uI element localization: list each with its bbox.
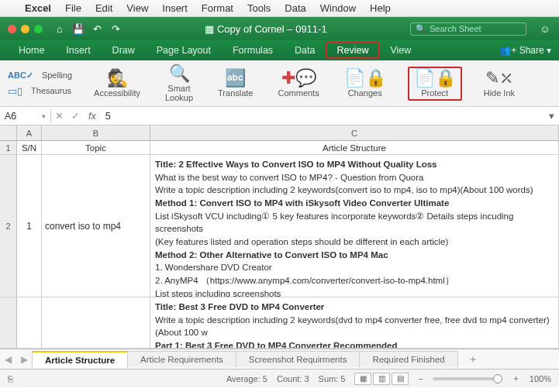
ribbon-tabs: Home Insert Draw Page Layout Formulas Da… — [0, 40, 559, 60]
translate-icon: 🔤 — [225, 70, 246, 87]
cell-a2[interactable]: 1 — [17, 155, 42, 297]
redo-icon[interactable]: ↷ — [109, 23, 122, 35]
table-row: 1 S/N Topic Article Structure — [0, 141, 559, 155]
menu-edit[interactable]: Edit — [95, 2, 112, 14]
share-button[interactable]: 👥+ Share ▾ — [499, 45, 551, 56]
spelling-icon: ABC✓ — [8, 70, 33, 81]
feedback-icon[interactable]: ☺ — [539, 23, 551, 35]
menu-window[interactable]: Window — [320, 2, 356, 14]
cell-c3[interactable]: Title: Best 3 Free DVD to MP4 ConverterW… — [150, 297, 559, 348]
menu-data[interactable]: Data — [285, 2, 305, 14]
changes-button[interactable]: 📄🔒Changes — [341, 68, 389, 99]
tab-home[interactable]: Home — [8, 42, 55, 59]
tab-draw[interactable]: Draw — [102, 42, 146, 59]
translate-button[interactable]: 🔤Translate — [215, 68, 256, 99]
status-count: Count: 3 — [277, 374, 309, 383]
menu-file[interactable]: File — [65, 2, 81, 14]
col-header-b[interactable]: B — [42, 126, 150, 140]
menu-help[interactable]: Help — [370, 2, 391, 14]
col-header-a[interactable]: A — [17, 126, 42, 140]
tab-insert[interactable]: Insert — [55, 42, 101, 59]
protect-icon: 📄🔒 — [414, 70, 456, 87]
sheet-tab-screenshot-requirments[interactable]: Screenshot Requirments — [236, 351, 361, 367]
window-titlebar: ⌂ 💾 ↶ ↷ ▦ Copy of Cornel – 0911-1 🔍 Sear… — [0, 17, 559, 40]
sheet-tab-article-structure[interactable]: Article Structure — [32, 351, 128, 368]
page-break-view-button[interactable]: ▤ — [392, 373, 409, 385]
tab-review[interactable]: Review — [326, 42, 379, 59]
column-headers: A B C — [0, 126, 559, 141]
formula-bar: A6▾ ✕ ✓ fx 5 ▾ — [0, 107, 559, 126]
cell-c1[interactable]: Article Structure — [150, 141, 559, 154]
cell-a1[interactable]: S/N — [17, 141, 42, 154]
comments-button[interactable]: ✚💬Comments — [275, 68, 323, 99]
zoom-level[interactable]: 100% — [530, 374, 551, 383]
zoom-slider[interactable] — [433, 377, 502, 380]
formula-input[interactable]: 5 — [101, 111, 544, 122]
name-box[interactable]: A6▾ — [0, 109, 51, 123]
col-header-c[interactable]: C — [150, 126, 559, 140]
zoom-button[interactable] — [34, 25, 43, 33]
sheet-tab-required-finished[interactable]: Required Finished — [359, 351, 457, 367]
hide-ink-button[interactable]: ✎⤫Hide Ink — [481, 68, 518, 99]
tab-formulas[interactable]: Formulas — [222, 42, 284, 59]
row-header-1[interactable]: 1 — [0, 141, 17, 154]
enter-formula-icon[interactable]: ✓ — [67, 110, 84, 122]
minimize-button[interactable] — [21, 25, 29, 33]
zoom-in-button[interactable]: ＋ — [512, 373, 520, 384]
row-header-2[interactable]: 2 — [0, 155, 17, 297]
accessibility-button[interactable]: 🕵️Accessibility — [91, 68, 143, 99]
tab-data[interactable]: Data — [284, 42, 326, 59]
sheet-tab-bar: ◀ ▶ Article Structure Article Requiremen… — [0, 349, 559, 369]
fx-icon[interactable]: fx — [84, 111, 101, 122]
page-layout-view-button[interactable]: ▥ — [373, 373, 390, 385]
sheet-nav-next-icon[interactable]: ▶ — [16, 354, 33, 365]
expand-formula-icon[interactable]: ▾ — [544, 110, 559, 122]
tab-page-layout[interactable]: Page Layout — [146, 42, 222, 59]
spelling-button[interactable]: ABC✓ Spelling — [8, 70, 72, 81]
macos-menu-bar: Excel File Edit View Insert Format Tools… — [0, 0, 559, 17]
select-all-corner[interactable] — [0, 126, 17, 140]
menu-insert[interactable]: Insert — [162, 2, 188, 14]
thesaurus-button[interactable]: ▭▯ Thesaurus — [8, 85, 72, 97]
status-average: Average: 5 — [226, 374, 267, 383]
status-sum: Sum: 5 — [319, 374, 346, 383]
menu-tools[interactable]: Tools — [247, 2, 271, 14]
cell-c2[interactable]: Title: 2 Effective Ways to Convert ISO t… — [150, 155, 559, 297]
sheet-tab-article-requirements[interactable]: Article Requirements — [127, 351, 236, 367]
home-icon[interactable]: ⌂ — [53, 23, 66, 35]
row-header-3[interactable] — [0, 297, 17, 348]
sheet-nav-prev-icon[interactable]: ◀ — [0, 354, 16, 365]
customize-status-icon[interactable]: ⎘ — [8, 374, 13, 383]
undo-icon[interactable]: ↶ — [91, 23, 103, 35]
comment-icon: ✚💬 — [281, 70, 316, 87]
cell-b2[interactable]: convert iso to mp4 — [42, 155, 150, 297]
save-icon[interactable]: 💾 — [72, 23, 85, 35]
status-bar: ⎘ Average: 5 Count: 3 Sum: 5 ▦ ▥ ▤ − ＋ 1… — [0, 369, 559, 387]
excel-doc-icon: ▦ — [205, 23, 217, 35]
search-icon: 🔍 — [416, 24, 426, 34]
cell-b1[interactable]: Topic — [42, 141, 150, 154]
lock-icon: 📄🔒 — [344, 70, 386, 87]
menu-format[interactable]: Format — [202, 2, 233, 14]
cell-a3[interactable] — [17, 297, 42, 348]
normal-view-button[interactable]: ▦ — [354, 373, 371, 385]
hide-ink-icon: ✎⤫ — [485, 70, 513, 87]
table-row: 2 1 convert iso to mp4 Title: 2 Effectiv… — [0, 155, 559, 297]
search-sheet-input[interactable]: 🔍 Search Sheet — [410, 22, 526, 36]
add-sheet-button[interactable]: ＋ — [458, 352, 488, 366]
smart-lookup-button[interactable]: 🔍Smart Lookup — [162, 64, 196, 104]
search-icon: 🔍 — [169, 65, 190, 82]
tab-view[interactable]: View — [379, 42, 422, 59]
thesaurus-icon: ▭▯ — [8, 85, 22, 97]
view-mode-buttons: ▦ ▥ ▤ — [354, 373, 409, 385]
menu-view[interactable]: View — [126, 2, 148, 14]
ribbon: ABC✓ Spelling ▭▯ Thesaurus 🕵️Accessibili… — [0, 60, 559, 107]
menu-excel[interactable]: Excel — [25, 2, 51, 14]
cancel-formula-icon[interactable]: ✕ — [51, 110, 67, 122]
close-button[interactable] — [8, 25, 16, 33]
document-title: ▦ Copy of Cornel – 0911-1 — [128, 23, 404, 35]
table-row: Title: Best 3 Free DVD to MP4 ConverterW… — [0, 297, 559, 349]
cell-b3[interactable] — [42, 297, 150, 348]
zoom-out-button[interactable]: − — [418, 374, 423, 383]
protect-button[interactable]: 📄🔒Protect — [408, 67, 462, 101]
